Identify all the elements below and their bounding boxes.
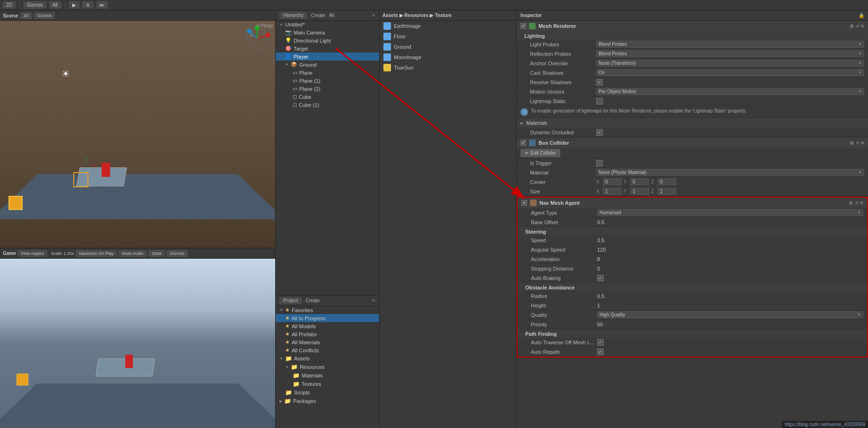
gizmos-btn[interactable]: Gizmos bbox=[24, 1, 46, 9]
hierarchy-tab[interactable]: Hierarchy bbox=[279, 12, 307, 19]
box-collider-header[interactable]: Box Collider ⚙ ↗ ✕ bbox=[517, 138, 868, 148]
asset-earthimage[interactable]: EarthImage bbox=[380, 21, 516, 31]
radius-value[interactable]: 0.5 bbox=[597, 293, 863, 299]
game-gizmos-btn[interactable]: Gizmos bbox=[166, 250, 188, 257]
project-item-all-prefabs[interactable]: ★ All Prefabs bbox=[276, 330, 379, 338]
edit-collider-btn[interactable]: ✏ Edit Collider bbox=[521, 149, 560, 157]
dynamic-occluded-checkbox[interactable] bbox=[596, 129, 603, 136]
collider-material-dropdown[interactable]: None (Physic Material) ▼ bbox=[596, 169, 864, 176]
project-item-all-in-progress[interactable]: ★ All In Progress bbox=[276, 314, 379, 322]
aspect-label[interactable]: Free Aspect bbox=[18, 250, 47, 257]
project-favorites-root[interactable]: ▼ ★ Favorites bbox=[276, 306, 379, 314]
project-tab[interactable]: Project bbox=[279, 297, 302, 304]
size-z-value[interactable]: 1 bbox=[658, 188, 677, 195]
center-z-value[interactable]: 0 bbox=[658, 178, 677, 185]
hierarchy-create[interactable]: Create bbox=[311, 13, 325, 18]
mode-2d-btn[interactable]: 2D bbox=[3, 1, 16, 9]
project-item-all-models[interactable]: ★ All Models bbox=[276, 322, 379, 330]
nav-agent-checkbox[interactable] bbox=[521, 200, 527, 206]
center-x-value[interactable]: 0 bbox=[603, 178, 622, 185]
asset-truesun[interactable]: TrueSun bbox=[380, 62, 516, 73]
hierarchy-item-cube[interactable]: ◻ Cube bbox=[276, 93, 379, 101]
size-x-value[interactable]: 1 bbox=[603, 188, 622, 195]
auto-braking-checkbox[interactable] bbox=[597, 275, 604, 281]
project-assets-root[interactable]: ▼ 📁 Assets bbox=[276, 354, 379, 363]
game-tab[interactable]: Game bbox=[3, 251, 16, 256]
reflection-probes-dropdown[interactable]: Blend Probes ▼ bbox=[596, 50, 864, 57]
hierarchy-item-player[interactable]: 👤 Player bbox=[276, 52, 379, 61]
hierarchy-item-ground[interactable]: ▼ 📦 Ground bbox=[276, 61, 379, 69]
hierarchy-item-main-camera[interactable]: 📷 Main Camera bbox=[276, 28, 379, 36]
scene-toolbar-2d[interactable]: 2D bbox=[20, 12, 32, 19]
auto-repath-checkbox[interactable] bbox=[597, 349, 604, 355]
agent-type-dropdown[interactable]: Humanoid ▼ bbox=[597, 209, 863, 216]
center-y-value[interactable]: 0 bbox=[630, 178, 649, 185]
packages-label: Packages bbox=[293, 398, 316, 404]
hierarchy-close[interactable]: ✕ bbox=[372, 13, 375, 18]
asset-ground[interactable]: Ground bbox=[380, 42, 516, 52]
stopping-distance-value[interactable]: 0 bbox=[597, 266, 863, 271]
hierarchy-item-plane2[interactable]: ▭ Plane (2) bbox=[276, 85, 379, 93]
project-item-resources[interactable]: ▼ 📁 Resources bbox=[276, 363, 379, 371]
hierarchy-scene-root[interactable]: ▼ Untitled* bbox=[276, 21, 379, 28]
size-y-value[interactable]: 1 bbox=[630, 188, 649, 195]
inspector-close[interactable]: 🔒 bbox=[859, 13, 864, 18]
size-z-item: Z 1 bbox=[651, 188, 677, 195]
anchor-override-dropdown[interactable]: None (Transform) ▼ bbox=[596, 60, 864, 67]
step-btn[interactable]: ⏭ bbox=[96, 1, 108, 9]
asset-floor[interactable]: Floor bbox=[380, 31, 516, 42]
pause-btn[interactable]: ⏸ bbox=[82, 1, 94, 9]
box-collider-checkbox[interactable] bbox=[521, 140, 526, 146]
project-close[interactable]: ✕ bbox=[372, 298, 375, 303]
mesh-renderer-header[interactable]: Mesh Renderer ⚙ ↗ ✕ bbox=[517, 21, 868, 31]
collider-material-row: Material None (Physic Material) ▼ bbox=[517, 168, 868, 177]
asset-moonimage[interactable]: MoonImage bbox=[380, 52, 516, 62]
height-value[interactable]: 1 bbox=[597, 303, 863, 308]
base-offset-label: Base Offset bbox=[521, 219, 597, 225]
hierarchy-item-cube1[interactable]: ◻ Cube (1) bbox=[276, 101, 379, 109]
scene-tab[interactable]: Scene bbox=[3, 13, 18, 18]
hierarchy-all[interactable]: All bbox=[329, 13, 334, 18]
all-prefabs-icon: ★ bbox=[285, 331, 290, 337]
hierarchy-item-plane1[interactable]: ▭ Plane (1) bbox=[276, 77, 379, 85]
project-create[interactable]: Create bbox=[305, 298, 320, 303]
motion-vectors-dropdown[interactable]: Per Object Motion ▼ bbox=[596, 88, 864, 95]
nav-agent-controls[interactable]: ⚙ ↗ ✕ bbox=[849, 201, 863, 206]
light-probes-label: Light Probes bbox=[521, 42, 596, 47]
project-packages-root[interactable]: ▶ 📁 Packages bbox=[276, 397, 379, 405]
acceleration-value[interactable]: 8 bbox=[597, 256, 863, 262]
scene-gizmos-btn[interactable]: Gizmos bbox=[34, 12, 55, 19]
all-conflicts-icon: ★ bbox=[285, 347, 290, 353]
stats-btn[interactable]: Stats bbox=[148, 250, 165, 257]
play-btn[interactable]: ▶ bbox=[69, 1, 79, 9]
priority-value[interactable]: 50 bbox=[597, 322, 863, 327]
reflection-probes-label: Reflection Probes bbox=[521, 51, 596, 57]
hierarchy-item-target[interactable]: 🎯 Target bbox=[276, 44, 379, 52]
auto-traverse-checkbox[interactable] bbox=[597, 339, 604, 346]
quality-dropdown[interactable]: High Quality ▼ bbox=[597, 311, 863, 318]
angular-speed-value[interactable]: 120 bbox=[597, 247, 863, 253]
inspector-tab[interactable]: Inspector bbox=[521, 13, 542, 18]
project-item-materials[interactable]: 📁 Materials bbox=[276, 371, 379, 380]
project-item-scripts[interactable]: 📁 Scripts bbox=[276, 388, 379, 397]
project-item-textures[interactable]: 📁 Textures bbox=[276, 380, 379, 388]
mesh-renderer-checkbox[interactable] bbox=[521, 23, 526, 29]
nav-mesh-agent-header[interactable]: Nav Mesh Agent ⚙ ↗ ✕ bbox=[518, 198, 867, 208]
hierarchy-item-dir-light[interactable]: 💡 Directional Light bbox=[276, 36, 379, 44]
maximize-on-play-btn[interactable]: Maximize On Play bbox=[76, 250, 117, 257]
light-probes-dropdown[interactable]: Blend Probes ▼ bbox=[596, 41, 864, 48]
is-trigger-checkbox[interactable] bbox=[596, 160, 603, 166]
lightmap-static-checkbox[interactable] bbox=[596, 98, 603, 105]
materials-header[interactable]: ▶ Materials bbox=[517, 118, 868, 128]
box-collider-controls[interactable]: ⚙ ↗ ✕ bbox=[850, 140, 864, 146]
hierarchy-item-plane[interactable]: ▭ Plane bbox=[276, 69, 379, 77]
mesh-renderer-controls[interactable]: ⚙ ↗ ✕ bbox=[850, 24, 864, 29]
all-btn[interactable]: All bbox=[49, 1, 61, 9]
project-item-all-conflicts[interactable]: ★ All Conflicts bbox=[276, 346, 379, 354]
mute-audio-btn[interactable]: Mute Audio bbox=[119, 250, 147, 257]
speed-value[interactable]: 3.5 bbox=[597, 237, 863, 243]
cast-shadows-dropdown[interactable]: On ▼ bbox=[596, 69, 864, 76]
base-offset-value[interactable]: 0.5 bbox=[597, 219, 863, 225]
project-item-all-materials[interactable]: ★ All Materials bbox=[276, 338, 379, 346]
receive-shadows-checkbox[interactable] bbox=[596, 79, 603, 86]
